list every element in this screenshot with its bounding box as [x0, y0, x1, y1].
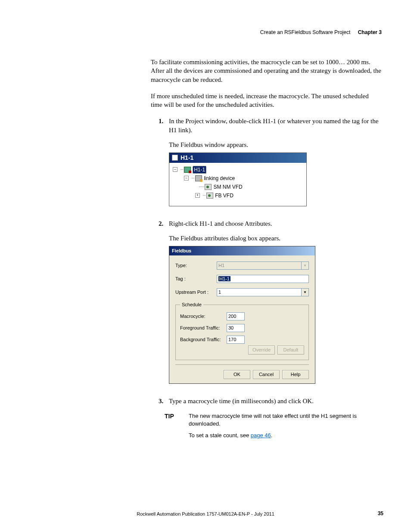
tree-collapse-icon[interactable]: − [173, 167, 177, 172]
step-3-number: 3. [159, 397, 169, 405]
paragraph-1: To facilitate commissioning activities, … [151, 58, 382, 84]
step-1-text: In the Project window, double-click H1-1… [169, 118, 378, 133]
foreground-field[interactable]: 30 [227, 324, 245, 332]
upstream-port-field[interactable]: 1 [217, 288, 302, 296]
type-dropdown-icon: ▼ [302, 261, 309, 270]
footer-text: Rockwell Automation Publication 1757-UM0… [0, 511, 411, 516]
tree-root-selected[interactable]: H1-1 [193, 166, 206, 174]
step-2-number: 2. [159, 219, 169, 392]
default-button: Default [277, 345, 304, 355]
tip-label: TIP [159, 412, 189, 444]
macrocycle-label: Macrocycle: [180, 313, 227, 320]
background-field[interactable]: 170 [227, 336, 245, 344]
tag-label: Tag : [175, 276, 217, 282]
device-icon [195, 175, 202, 181]
document-icon [172, 155, 178, 161]
tree-collapse-icon[interactable]: − [184, 176, 189, 180]
page-header: Create an RSFieldbus Software Project Ch… [26, 29, 385, 35]
tag-field[interactable]: H1-1 [217, 275, 309, 283]
step-2-sub: The Fieldbus attributes dialog box appea… [169, 234, 382, 243]
tree-expand-icon[interactable]: + [195, 193, 200, 198]
tree-sm-nm-vfd[interactable]: SM NM VFD [213, 184, 242, 190]
tree-linking-device[interactable]: linking device [204, 175, 235, 182]
schedule-legend: Schedule [180, 302, 203, 308]
foreground-label: Foreground Traffic: [180, 325, 227, 331]
window-title: H1-1 [181, 154, 193, 162]
vfd-icon [205, 184, 212, 190]
override-button: Override [248, 345, 275, 355]
step-2-text: Right-click H1-1 and choose Attributes. [169, 220, 272, 227]
macrocycle-field[interactable]: 200 [227, 312, 245, 320]
port-dropdown-icon[interactable]: ▼ [302, 288, 309, 296]
paragraph-2: If more unscheduled time is needed, incr… [151, 92, 382, 109]
section-title: Create an RSFieldbus Software Project [260, 29, 350, 35]
dialog-separator [175, 364, 309, 365]
step-1-sub: The Fieldbus window appears. [169, 140, 382, 149]
cancel-button[interactable]: Cancel [253, 370, 280, 379]
device-tree: − ···· H1-1 − ···· linking device [169, 163, 306, 206]
fieldbus-window: H1-1 − ···· H1-1 − [169, 152, 307, 206]
type-field: H1 [217, 261, 302, 270]
vfd-icon [206, 193, 213, 199]
help-button[interactable]: Help [282, 370, 309, 379]
tip-line-1: The new macrocycle time will not take ef… [189, 412, 382, 427]
background-label: Background Traffic: [180, 336, 227, 343]
schedule-group: Schedule Macrocycle: 200 Foreground Traf… [175, 302, 309, 360]
chapter-label: Chapter 3 [358, 29, 382, 35]
ok-button[interactable]: OK [224, 370, 250, 379]
tree-fb-vfd[interactable]: FB VFD [215, 192, 234, 199]
tip-line-2: To set a stale count, see page 46. [189, 432, 382, 439]
dialog-title: Fieldbus [169, 246, 315, 255]
page-46-link[interactable]: page 46 [251, 432, 271, 439]
upstream-port-label: Upstream Port : [175, 289, 217, 296]
network-icon [184, 167, 191, 173]
step-3-text: Type a macrocycle time (in milliseconds)… [169, 398, 314, 404]
fieldbus-dialog: Fieldbus Type: H1 ▼ [169, 246, 315, 384]
tip-block: TIP The new macrocycle time will not tak… [159, 412, 382, 444]
step-1-number: 1. [159, 117, 169, 214]
page-number: 35 [378, 510, 383, 516]
type-label: Type: [175, 262, 217, 269]
window-titlebar: H1-1 [169, 153, 306, 163]
